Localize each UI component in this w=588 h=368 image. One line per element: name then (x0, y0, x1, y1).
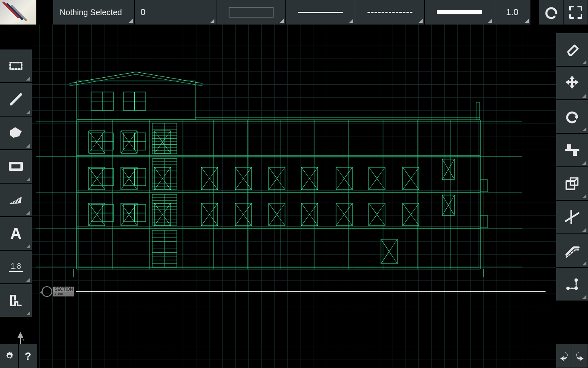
dropdown-caret-icon (582, 228, 586, 232)
dropdown-caret-icon (129, 19, 133, 23)
top-toolbar: Nothing Selected 0 1.0 (0, 0, 588, 25)
svg-marker-5 (18, 333, 23, 338)
linestyle-dashed-dropdown[interactable] (355, 0, 425, 25)
svg-rect-190 (480, 180, 488, 192)
polyline-icon (8, 125, 24, 141)
help-button[interactable]: ? (19, 344, 38, 368)
dropdown-caret-icon (26, 177, 30, 181)
undo-button-2[interactable] (556, 343, 572, 368)
svg-rect-2 (10, 163, 22, 170)
color-swatch-dropdown[interactable] (216, 0, 286, 25)
select-region-tool[interactable] (0, 49, 32, 83)
svg-point-3 (8, 355, 11, 358)
svg-line-1 (11, 94, 21, 104)
toolbar-spacer (531, 0, 539, 25)
gear-icon (4, 350, 15, 362)
redo-button[interactable] (572, 343, 588, 368)
fullscreen-button[interactable] (564, 0, 588, 25)
select-icon (8, 58, 24, 74)
scale-tool[interactable] (556, 167, 588, 200)
history-buttons (556, 343, 588, 368)
rectangle-tool[interactable] (0, 150, 32, 183)
lineweight-value-dropdown[interactable]: 1.0 (494, 0, 531, 25)
dropdown-caret-icon (26, 211, 30, 215)
lineweight-swatch-dropdown[interactable] (425, 0, 494, 25)
trim-tool[interactable] (556, 200, 588, 234)
svg-rect-0 (10, 63, 22, 69)
block-icon (8, 292, 24, 309)
text-tool[interactable]: A (0, 217, 32, 250)
section-scale: 1:100 (53, 292, 74, 296)
svg-rect-29 (78, 121, 479, 268)
color-swatch (229, 7, 274, 18)
dropdown-caret-icon (280, 19, 284, 23)
linestyle-solid-dropdown[interactable] (286, 0, 355, 25)
redo-icon (574, 348, 586, 364)
dropdown-caret-icon (26, 144, 30, 148)
undo-button[interactable] (539, 0, 564, 25)
app-icon[interactable] (0, 0, 37, 25)
section-marker[interactable]: SECTION 1:100 (42, 286, 546, 297)
svg-rect-13 (567, 144, 571, 149)
lineweight-value: 1.0 (506, 7, 519, 18)
section-line (76, 291, 546, 292)
eraser-icon (564, 41, 580, 58)
dropdown-caret-icon (582, 295, 586, 299)
settings-button[interactable] (0, 344, 19, 368)
hatch-tool[interactable] (0, 183, 32, 217)
section-title: SECTION (53, 287, 74, 292)
dropdown-caret-icon (419, 19, 423, 23)
dropdown-caret-icon (26, 110, 30, 114)
dropdown-caret-icon (582, 261, 586, 265)
dropdown-caret-icon (26, 76, 30, 81)
svg-line-35 (69, 74, 136, 86)
dropdown-caret-icon (582, 127, 586, 131)
line-solid-icon (298, 12, 343, 13)
scale-icon (564, 175, 580, 192)
block-tool[interactable] (0, 284, 32, 317)
polyline-tool[interactable] (0, 116, 32, 150)
dropdown-caret-icon (210, 19, 214, 23)
section-head-icon (42, 286, 52, 297)
svg-marker-11 (575, 116, 578, 120)
lineweight-tool[interactable]: 1.8 (0, 250, 32, 284)
svg-text:Y: Y (22, 338, 24, 342)
svg-rect-14 (573, 151, 577, 156)
move-tool[interactable] (556, 66, 588, 100)
lineweight-display: 1.8 (9, 263, 22, 272)
rectangle-icon (8, 158, 24, 175)
erase-tool[interactable] (556, 33, 588, 66)
layer-dropdown[interactable]: 0 (135, 0, 216, 25)
dropdown-caret-icon (582, 161, 586, 165)
trim-icon (564, 209, 580, 225)
dropdown-caret-icon (26, 311, 30, 315)
svg-line-34 (136, 72, 203, 83)
line-tool[interactable] (0, 83, 32, 116)
hatch-icon (8, 192, 24, 208)
corner-tool[interactable] (556, 267, 588, 301)
layer-value: 0 (140, 7, 145, 18)
bottom-left-buttons: ? (0, 344, 38, 368)
svg-line-33 (69, 72, 136, 83)
dropdown-caret-icon (349, 19, 353, 23)
dropdown-caret-icon (582, 194, 586, 198)
dropdown-caret-icon (525, 19, 529, 23)
offset-tool[interactable] (556, 234, 588, 267)
align-tool[interactable] (556, 133, 588, 167)
undo-icon (543, 4, 559, 20)
cad-drawing (32, 25, 556, 368)
dropdown-caret-icon (582, 94, 586, 98)
line-icon (8, 91, 24, 108)
expand-icon (568, 4, 584, 20)
dropdown-caret-icon (26, 278, 30, 282)
dropdown-caret-icon (26, 244, 30, 248)
right-toolbar (556, 25, 588, 368)
drawing-canvas[interactable]: SECTION 1:100 (32, 25, 556, 368)
dropdown-caret-icon (488, 19, 492, 23)
rotate-icon (564, 108, 580, 125)
selection-dropdown[interactable]: Nothing Selected (53, 0, 135, 25)
rotate-tool[interactable] (556, 100, 588, 133)
left-toolbar: A 1.8 (0, 25, 32, 368)
dropdown-caret-icon (582, 60, 586, 64)
selection-label: Nothing Selected (54, 8, 133, 17)
